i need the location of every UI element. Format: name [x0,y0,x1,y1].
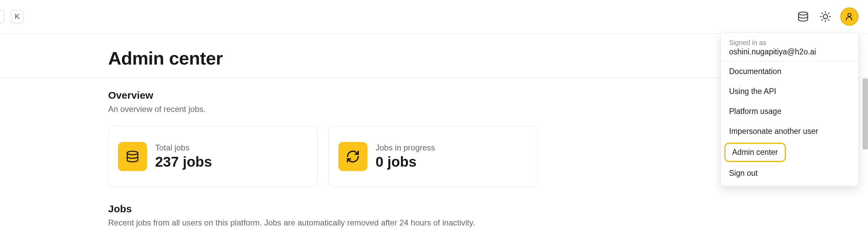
jobs-progress-icon-wrap [338,142,367,171]
topbar-actions [796,7,859,26]
sun-icon [820,11,831,22]
user-menu-button[interactable] [840,7,859,26]
total-jobs-icon-wrap [118,142,147,171]
database-icon [797,10,809,23]
signed-in-label: Signed in as [729,39,850,47]
menu-item-admin-center[interactable]: Admin center [724,143,786,162]
stat-card-total-jobs: Total jobs 237 jobs [108,126,318,187]
user-email: oshini.nugapitiya@h2o.ai [729,47,850,56]
card-value: 0 jobs [376,154,435,170]
svg-line-4 [822,13,822,14]
menu-item-documentation[interactable]: Documentation [721,62,858,81]
user-dropdown-menu: Signed in as oshini.nugapitiya@h2o.ai Do… [721,32,859,186]
card-label: Jobs in progress [376,143,435,152]
menu-item-sign-out[interactable]: Sign out [721,163,858,183]
database-icon [125,149,140,164]
menu-header: Signed in as oshini.nugapitiya@h2o.ai [721,35,858,62]
refresh-icon [346,149,360,164]
svg-line-9 [828,13,829,14]
topbar: K [0,0,868,34]
scrollbar-thumb[interactable] [863,78,868,149]
card-text: Jobs in progress 0 jobs [376,143,435,170]
jobs-section: Jobs Recent jobs from all users on this … [108,203,868,228]
menu-item-impersonate[interactable]: Impersonate another user [721,121,858,141]
jobs-heading: Jobs [108,203,868,215]
svg-line-5 [828,20,829,20]
kbd-key-partial [0,10,4,23]
stat-card-jobs-in-progress: Jobs in progress 0 jobs [329,126,538,187]
kbd-key-label: K [15,12,20,21]
avatar-highlight-ring [840,7,859,26]
svg-point-0 [799,12,808,15]
svg-point-11 [127,151,138,155]
card-text: Total jobs 237 jobs [155,143,212,170]
page-title: Admin center [108,48,223,69]
svg-line-8 [822,20,822,20]
kbd-shortcut-key[interactable]: K [11,10,24,23]
card-label: Total jobs [155,143,212,152]
menu-item-platform-usage[interactable]: Platform usage [721,101,858,121]
menu-item-using-api[interactable]: Using the API [721,81,858,101]
jobs-subheading: Recent jobs from all users on this platf… [108,218,868,228]
card-value: 237 jobs [155,154,212,170]
database-icon-button[interactable] [796,9,811,24]
svg-point-1 [823,15,828,19]
theme-toggle-button[interactable] [818,9,833,24]
